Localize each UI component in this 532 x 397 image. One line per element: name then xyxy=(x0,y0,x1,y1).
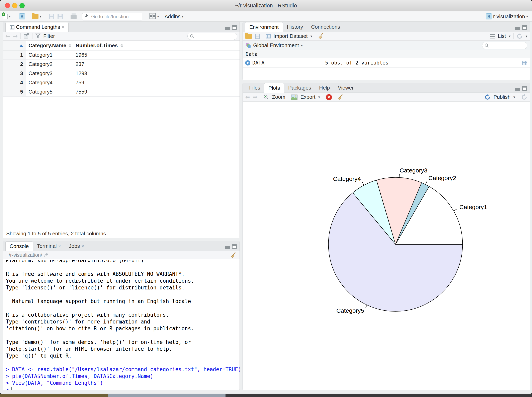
refresh-icon[interactable] xyxy=(516,33,523,39)
tab-command-lengths[interactable]: Command Lengths × xyxy=(6,22,69,32)
previous-plot-icon[interactable]: ⬅ xyxy=(245,94,250,100)
save-button[interactable] xyxy=(49,12,54,21)
column-header-category-name[interactable]: Category.Name xyxy=(26,41,73,50)
zoom-plot-button[interactable]: Zoom xyxy=(272,94,285,100)
column-header-number-of-times[interactable]: Number.of.Times xyxy=(73,41,125,50)
tab-terminal[interactable]: Terminal × xyxy=(33,241,65,251)
tab-console[interactable]: Console xyxy=(6,241,33,251)
tab-connections[interactable]: Connections xyxy=(307,22,344,32)
project-selector[interactable]: R r-visualization ▾ xyxy=(486,12,528,21)
minimize-pane-icon[interactable] xyxy=(515,27,520,30)
table-row[interactable]: 1 Category1 1965 xyxy=(3,50,240,60)
remove-plot-icon[interactable]: × xyxy=(326,94,332,100)
close-tab-icon[interactable]: × xyxy=(58,244,61,249)
close-tab-icon[interactable]: × xyxy=(81,244,84,249)
open-file-button[interactable]: ▾ xyxy=(32,12,42,21)
window-title: ~/r-visualization - RStudio xyxy=(0,3,532,9)
tab-help[interactable]: Help xyxy=(315,83,334,93)
tab-viewer[interactable]: Viewer xyxy=(334,83,358,93)
import-dataset-icon xyxy=(266,34,271,38)
export-plot-button[interactable]: Export xyxy=(300,94,315,100)
expand-object-icon[interactable] xyxy=(245,60,250,66)
minimize-pane-icon[interactable] xyxy=(225,27,230,30)
filter-button[interactable]: Filter xyxy=(43,33,55,39)
main-toolbar: + ▾ R ▾ Go to file/function xyxy=(0,12,532,22)
next-plot-icon[interactable]: ➡ xyxy=(253,94,257,100)
table-row[interactable]: 4 Category4 759 xyxy=(3,78,240,87)
global-environment-icon xyxy=(245,43,251,49)
tab-files[interactable]: Files xyxy=(245,83,264,93)
clear-environment-icon[interactable] xyxy=(318,33,324,39)
viewer-search-input[interactable] xyxy=(187,33,237,40)
chevron-down-icon: ▾ xyxy=(526,15,528,18)
console-line: R is a collaborative project with many c… xyxy=(6,311,240,318)
goto-file-icon xyxy=(84,14,90,19)
clear-all-plots-icon[interactable] xyxy=(338,94,344,100)
console-line: Type 'q()' to quit R. xyxy=(6,352,240,359)
viewer-tab-label: Command Lengths xyxy=(16,24,60,30)
pane-layout-button[interactable]: ▾ xyxy=(149,12,159,21)
viewer-toolbar: ⬅ ➡ Filter xyxy=(3,32,240,41)
back-icon[interactable]: ⬅ xyxy=(6,33,10,39)
environment-scope-selector[interactable]: Global Environment xyxy=(253,42,299,49)
list-view-button[interactable]: List xyxy=(498,33,506,39)
refresh-plot-icon[interactable] xyxy=(521,94,527,100)
tab-packages[interactable]: Packages xyxy=(284,83,315,93)
forward-icon[interactable]: ➡ xyxy=(13,33,18,39)
console-pane: Console Terminal × Jobs × ~/r-visualizat… xyxy=(3,241,240,390)
console-line xyxy=(6,305,240,311)
import-dataset-button[interactable]: Import Dataset xyxy=(273,33,308,39)
prompt-symbol: > xyxy=(6,387,9,390)
cell-number-of-times: 759 xyxy=(73,78,125,87)
new-file-button[interactable]: + ▾ xyxy=(3,12,11,21)
maximize-pane-icon[interactable] xyxy=(522,86,527,91)
table-row[interactable]: 5 Category5 7559 xyxy=(3,87,240,97)
sort-ascending-icon xyxy=(19,44,23,47)
goto-file-input[interactable]: Go to file/function xyxy=(82,13,142,20)
save-all-button[interactable] xyxy=(57,12,63,21)
row-number: 2 xyxy=(3,60,26,69)
environment-search-input[interactable] xyxy=(482,42,527,49)
new-project-button[interactable]: R xyxy=(19,12,25,21)
table-row[interactable]: 2 Category2 237 xyxy=(3,60,240,69)
tab-history[interactable]: History xyxy=(283,22,307,32)
pie-label-category3: Category3 xyxy=(399,167,427,174)
save-workspace-icon[interactable] xyxy=(255,34,260,39)
table-header-row: Category.Name Number.of.Times xyxy=(3,41,240,50)
maximize-pane-icon[interactable] xyxy=(522,25,527,30)
maximize-pane-icon[interactable] xyxy=(232,25,237,30)
table-row[interactable]: 3 Category3 1293 xyxy=(3,69,240,78)
console-line: Type 'contributors()' for more informati… xyxy=(6,318,240,325)
pie-chart: Category1Category2Category3Category4Cate… xyxy=(243,102,530,390)
console-line: > DATA <- read.table("/Users/lsalazar/co… xyxy=(6,366,240,373)
tab-jobs[interactable]: Jobs × xyxy=(65,241,88,251)
column-label: Number.of.Times xyxy=(76,43,118,49)
tab-label: History xyxy=(287,24,303,30)
view-dataframe-icon[interactable] xyxy=(522,61,527,65)
open-in-new-window-icon[interactable] xyxy=(44,253,50,258)
print-button[interactable] xyxy=(70,12,76,21)
publish-button[interactable]: Publish xyxy=(494,94,511,100)
project-name: r-visualization xyxy=(493,13,525,20)
sort-toggle-icon xyxy=(120,44,123,48)
rownum-header[interactable] xyxy=(3,41,26,50)
object-name: DATA xyxy=(252,60,264,66)
close-tab-icon[interactable]: × xyxy=(62,25,64,30)
pie-label-tick xyxy=(362,182,364,185)
addins-button[interactable]: Addins ▾ xyxy=(165,12,184,21)
environment-object-row[interactable]: DATA 5 obs. of 2 variables xyxy=(243,58,530,68)
console-path-bar: ~/r-visualization/ xyxy=(3,251,240,259)
minimize-pane-icon[interactable] xyxy=(225,246,230,249)
load-workspace-icon[interactable] xyxy=(245,34,252,39)
clear-console-icon[interactable] xyxy=(231,252,237,258)
console-output[interactable]: Platform: x86_64-apple-darwin15.6.0 (64-… xyxy=(3,260,240,390)
tab-plots[interactable]: Plots xyxy=(264,83,284,93)
chevron-down-icon: ▾ xyxy=(310,34,312,38)
popout-icon[interactable] xyxy=(24,33,30,40)
tab-label: Help xyxy=(319,85,330,91)
console-line: Type 'license()' or 'licence()' for dist… xyxy=(6,284,240,291)
console-prompt[interactable]: > xyxy=(6,386,240,390)
minimize-pane-icon[interactable] xyxy=(515,88,520,91)
tab-environment[interactable]: Environment xyxy=(245,22,283,32)
maximize-pane-icon[interactable] xyxy=(232,244,237,249)
